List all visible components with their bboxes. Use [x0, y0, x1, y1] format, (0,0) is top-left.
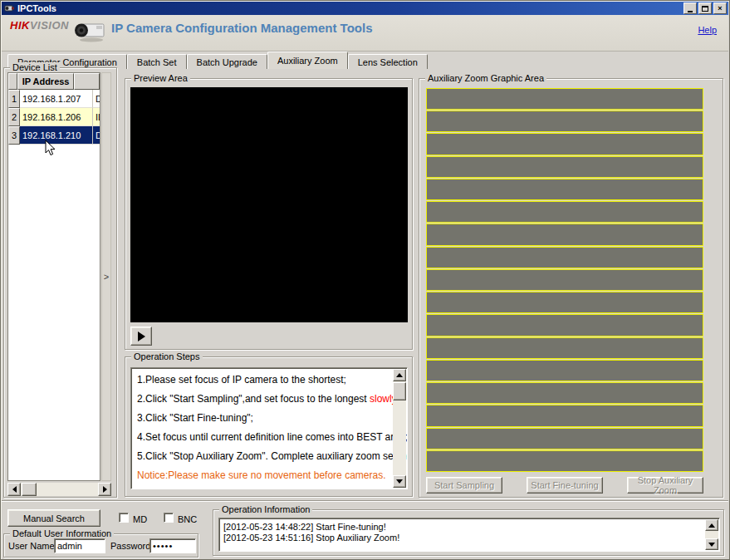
operation-log: [2012-05-23 14:48:22] Start Fine-tuning!…	[223, 522, 399, 543]
arrow-left-icon	[12, 486, 17, 493]
aux-zoom-group-label: Auxiliary Zoom Graphic Area	[425, 73, 546, 84]
operation-step-2: 2.Click "Start Sampling",and set focus t…	[137, 393, 390, 405]
aux-zoom-group: Auxiliary Zoom Graphic Area Start Sampli…	[419, 78, 723, 498]
definition-band-2	[426, 111, 703, 132]
steps-scroll-up-button[interactable]	[393, 369, 406, 381]
definition-band-4	[426, 156, 703, 178]
md-checkbox[interactable]	[119, 513, 129, 523]
close-button[interactable]: ×	[713, 2, 727, 14]
device-table-header: IP Address	[8, 73, 100, 90]
device-ip-cell[interactable]: 192.168.1.207	[20, 90, 93, 108]
tab-batch-upgrade[interactable]: Batch Upgrade	[187, 54, 267, 69]
ip-address-column-header[interactable]: IP Address	[17, 73, 74, 90]
device-model-cell[interactable]: IL6	[93, 108, 100, 126]
app-icon	[4, 3, 15, 13]
operation-info-box: [2012-05-23 14:48:22] Start Fine-tuning!…	[218, 518, 720, 552]
operation-info-group-label: Operation Information	[219, 504, 312, 515]
manual-search-button[interactable]: Manual Search	[7, 509, 100, 527]
aux-zoom-buttons: Start SamplingStart Fine-tuningStop Auxi…	[426, 477, 703, 494]
step-text-segment: Otherwise,can not get the focal length!	[137, 489, 307, 489]
tab-batch-set[interactable]: Batch Set	[127, 54, 187, 69]
operation-steps-box: 1.Please set focus of IP camera to the s…	[130, 367, 408, 489]
device-row-2[interactable]: 2192.168.1.206IL6	[8, 108, 100, 126]
model-column-header[interactable]	[74, 73, 100, 90]
help-link[interactable]: Help	[698, 25, 717, 35]
steps-vscroll-thumb[interactable]	[393, 382, 406, 400]
start-fine-tuning-button[interactable]: Start Fine-tuning	[527, 477, 603, 494]
hscroll-thumb[interactable]	[22, 483, 37, 496]
user-name-input[interactable]	[54, 538, 105, 553]
arrow-up-icon	[708, 523, 715, 528]
step-text-segment: 5.Click "Stop Auxiliary Zoom". Complete …	[137, 450, 408, 462]
device-ip-cell[interactable]: 192.168.1.210	[20, 126, 93, 145]
video-preview	[130, 87, 408, 322]
stop-auxiliary-zoom-button[interactable]: Stop Auxiliary Zoom	[627, 477, 703, 494]
definition-band-8	[426, 247, 703, 268]
minimize-button[interactable]	[683, 2, 697, 14]
device-model-cell[interactable]: DS2	[93, 90, 100, 108]
user-name-label: User Name	[8, 541, 55, 551]
arrow-down-icon	[708, 543, 715, 547]
device-model-cell[interactable]: DS-	[93, 126, 100, 145]
definition-band-7	[426, 224, 703, 245]
definition-band-5	[426, 179, 703, 200]
device-ip-cell[interactable]: 192.168.1.206	[20, 108, 93, 126]
step-text-segment: 3.Click "Start Fine-tuning";	[137, 412, 253, 424]
log-scroll-up-button[interactable]	[705, 519, 718, 531]
scroll-right-button[interactable]	[98, 483, 111, 496]
operation-step-3: 3.Click "Start Fine-tuning";	[137, 412, 390, 424]
row-number-column-header[interactable]	[8, 73, 17, 90]
bnc-checkbox-label: BNC	[178, 514, 197, 524]
operation-step-5: 5.Click "Stop Auxiliary Zoom". Complete …	[137, 450, 390, 462]
device-list-expander[interactable]: >	[101, 72, 111, 481]
title-bar[interactable]: IPCTools ×	[2, 2, 728, 15]
close-icon: ×	[718, 5, 722, 12]
minimize-icon	[688, 11, 693, 12]
device-num-cell[interactable]: 3	[8, 126, 20, 145]
logo-hik: HIK	[10, 19, 30, 32]
camera-icon	[71, 20, 106, 45]
operation-steps-text: 1.Please set focus of IP camera to the s…	[137, 374, 390, 489]
tab-strip: Parameter ConfigurationBatch SetBatch Up…	[7, 52, 428, 69]
start-sampling-button[interactable]: Start Sampling	[426, 477, 502, 494]
definition-band-13	[426, 360, 703, 381]
steps-vscrollbar[interactable]	[393, 369, 406, 488]
arrow-right-icon	[103, 486, 107, 493]
window-title: IPCTools	[17, 3, 683, 13]
operation-step-7: Otherwise,can not get the focal length!	[137, 489, 390, 489]
bnc-checkbox[interactable]	[164, 513, 174, 523]
arrow-up-icon	[396, 373, 403, 377]
definition-band-3	[426, 133, 703, 155]
step-text-segment: 2.Click "Start Sampling",and set focus t…	[137, 393, 370, 405]
user-info-group: Default User Information User Name Passw…	[3, 533, 198, 558]
arrow-down-icon	[396, 479, 403, 484]
log-scroll-down-button[interactable]	[705, 538, 718, 550]
tab-lens-selection[interactable]: Lens Selection	[348, 54, 428, 69]
definition-band-1	[426, 88, 703, 110]
definition-band-17	[426, 450, 703, 472]
device-list-hscrollbar[interactable]	[7, 483, 111, 496]
device-num-cell[interactable]: 2	[8, 108, 20, 126]
device-row-1[interactable]: 1192.168.1.207DS2	[8, 90, 100, 108]
step-text-segment: 4.Set focus until current definition lin…	[137, 431, 408, 443]
password-input[interactable]	[149, 538, 196, 553]
definition-band-10	[426, 292, 703, 313]
device-rows: 1192.168.1.207DS22192.168.1.206IL63192.1…	[8, 90, 100, 145]
definition-band-16	[426, 428, 703, 449]
log-vscrollbar[interactable]	[705, 519, 718, 550]
device-num-cell[interactable]: 1	[8, 90, 20, 108]
tab-auxiliary-zoom[interactable]: Auxiliary Zoom	[267, 52, 348, 69]
logo-vision: VISION	[30, 19, 69, 32]
maximize-button[interactable]	[698, 2, 712, 14]
scroll-left-button[interactable]	[7, 483, 21, 496]
steps-scroll-down-button[interactable]	[393, 475, 406, 488]
device-row-3[interactable]: 3192.168.1.210DS-	[8, 126, 100, 145]
preview-area-group-label: Preview Area	[131, 73, 190, 84]
maximize-icon	[702, 6, 708, 12]
definition-band-9	[426, 269, 703, 291]
operation-step-1: 1.Please set focus of IP camera to the s…	[137, 374, 390, 386]
play-button[interactable]	[130, 327, 152, 346]
header-band: HIKVISION IP Camera Configuration Manage…	[2, 15, 728, 52]
log-line-1: [2012-05-23 14:48:22] Start Fine-tuning!	[223, 522, 399, 533]
app-window: IPCTools × HIKVISION IP Camera Configura…	[0, 0, 730, 560]
